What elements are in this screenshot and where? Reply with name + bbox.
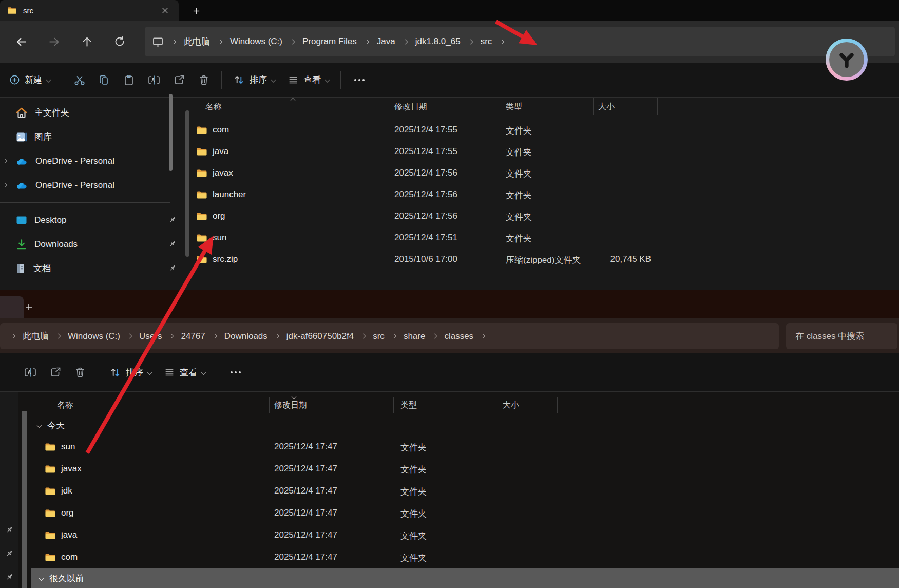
column-divider[interactable] — [498, 397, 498, 413]
expand-chevron-icon[interactable] — [3, 183, 8, 188]
navigation-pane-sliver — [0, 392, 18, 588]
more-options-button[interactable] — [346, 79, 373, 81]
breadcrumb-java[interactable]: Java — [377, 36, 395, 47]
file-row-launcher[interactable]: launcher 2025/12/4 17:56 文件夹 — [181, 185, 899, 206]
new-tab-button[interactable] — [189, 4, 203, 18]
file-row-org[interactable]: org 2025/12/4 17:56 文件夹 — [181, 206, 899, 228]
column-header-size[interactable]: 大小 — [598, 102, 615, 112]
view-button[interactable]: 查看 — [281, 69, 335, 91]
column-divider[interactable] — [593, 98, 594, 115]
column-header-name[interactable]: 名称 — [57, 400, 73, 411]
column-header-date[interactable]: 修改日期 — [394, 102, 427, 112]
breadcrumb-drive-c[interactable]: Windows (C:) — [68, 331, 120, 342]
search-input[interactable] — [786, 323, 897, 349]
column-header-type[interactable]: 类型 — [400, 400, 417, 411]
sort-button[interactable]: 排序 — [103, 361, 158, 384]
group-header-long-ago[interactable]: 很久以前 — [31, 568, 899, 588]
column-divider[interactable] — [502, 98, 502, 115]
column-divider[interactable] — [557, 397, 558, 413]
forward-button[interactable] — [42, 31, 66, 52]
rename-button[interactable] — [17, 361, 43, 384]
delete-button[interactable] — [68, 361, 92, 384]
sidebar-item-documents[interactable]: 文档 — [0, 256, 181, 280]
group-label: 很久以前 — [49, 573, 84, 584]
sidebar-item-desktop[interactable]: Desktop — [0, 208, 181, 232]
address-bar[interactable]: 此电脑 Windows (C:) Program Files Java jdk1… — [145, 27, 895, 56]
rename-button[interactable] — [141, 69, 167, 91]
breadcrumb-src[interactable]: src — [373, 331, 385, 342]
column-divider[interactable] — [657, 98, 658, 115]
chevron-down-icon — [46, 78, 51, 83]
sidebar-scrollbar[interactable] — [169, 94, 173, 171]
tab-partial[interactable] — [0, 296, 24, 318]
sidebar-scrollbar[interactable] — [22, 411, 27, 588]
breadcrumb-chevron-icon — [274, 334, 279, 339]
breadcrumb-this-pc[interactable]: 此电脑 — [23, 330, 49, 342]
sidebar-item-label: 图库 — [34, 131, 52, 143]
back-button[interactable] — [9, 31, 33, 52]
column-header-type[interactable]: 类型 — [506, 102, 522, 112]
group-label: 今天 — [47, 420, 65, 431]
close-tab-icon[interactable] — [158, 4, 171, 17]
onedrive-cloud-icon — [15, 181, 29, 190]
file-row-javax[interactable]: javax 2025/12/4 17:47 文件夹 — [31, 459, 899, 481]
breadcrumb-chevron-icon — [481, 334, 486, 339]
sidebar-item-home[interactable]: 主文件夹 — [0, 101, 181, 125]
share-button[interactable] — [43, 361, 68, 384]
delete-button[interactable] — [192, 69, 216, 91]
group-header-today[interactable]: 今天 — [31, 415, 899, 435]
breadcrumb-drive-c[interactable]: Windows (C:) — [230, 36, 282, 47]
folder-icon — [45, 443, 56, 451]
breadcrumb-chevron-icon — [361, 334, 366, 339]
document-icon — [15, 263, 27, 274]
column-header-date[interactable]: 修改日期 — [274, 400, 307, 411]
file-row-javax[interactable]: javax 2025/12/4 17:56 文件夹 — [181, 163, 899, 185]
file-row-com[interactable]: com 2025/12/4 17:55 文件夹 — [181, 120, 899, 142]
share-button[interactable] — [167, 69, 192, 91]
file-row-jdk[interactable]: jdk 2025/12/4 17:47 文件夹 — [31, 481, 899, 503]
column-divider[interactable] — [389, 98, 389, 115]
sort-button[interactable]: 排序 — [227, 69, 281, 91]
expand-chevron-icon[interactable] — [3, 159, 8, 164]
breadcrumb-users[interactable]: Users — [139, 331, 162, 342]
breadcrumb-jdk[interactable]: jdk1.8.0_65 — [415, 36, 461, 47]
file-row-sun[interactable]: sun 2025/12/4 17:47 文件夹 — [31, 437, 899, 459]
breadcrumb-src[interactable]: src — [481, 36, 492, 47]
breadcrumb-jdk-folder[interactable]: jdk-af660750b2f4 — [286, 331, 354, 342]
file-row-src-zip[interactable]: src.zip 2015/10/6 17:00 压缩(zipped)文件夹 20… — [181, 250, 899, 271]
breadcrumb-classes[interactable]: classes — [444, 331, 473, 342]
file-row-java[interactable]: java 2025/12/4 17:55 文件夹 — [181, 142, 899, 163]
breadcrumb-user-24767[interactable]: 24767 — [181, 331, 205, 342]
file-row-sun[interactable]: sun 2025/12/4 17:51 文件夹 — [181, 228, 899, 250]
view-button[interactable]: 查看 — [158, 361, 212, 384]
copy-button[interactable] — [92, 69, 117, 91]
column-header-size[interactable]: 大小 — [503, 400, 519, 411]
more-options-button[interactable] — [222, 371, 249, 373]
breadcrumb-program-files[interactable]: Program Files — [302, 36, 357, 47]
sidebar-item-gallery[interactable]: 图库 — [0, 125, 181, 149]
cut-button[interactable] — [67, 69, 92, 91]
refresh-button[interactable] — [108, 31, 131, 52]
column-divider[interactable] — [269, 397, 270, 413]
file-list-content: 名称 修改日期 类型 大小 今天 sun 2025/12/4 17 — [31, 392, 899, 588]
sidebar-item-onedrive-2[interactable]: OneDrive - Personal — [0, 173, 181, 197]
file-row-org[interactable]: org 2025/12/4 17:47 文件夹 — [31, 503, 899, 525]
sidebar-item-downloads[interactable]: Downloads — [0, 232, 181, 256]
new-button[interactable]: 新建 — [3, 69, 56, 91]
breadcrumb-chevron-icon — [290, 39, 295, 44]
breadcrumb-downloads[interactable]: Downloads — [224, 331, 267, 342]
view-button-label: 查看 — [303, 74, 321, 86]
breadcrumb-share[interactable]: share — [404, 331, 426, 342]
breadcrumb-this-pc[interactable]: 此电脑 — [184, 36, 210, 48]
paste-button[interactable] — [117, 69, 141, 91]
tab-src[interactable]: src — [0, 0, 179, 21]
address-bar[interactable]: 此电脑 Windows (C:) Users 24767 Downloads j… — [0, 323, 779, 349]
file-row-com[interactable]: com 2025/12/4 17:47 文件夹 — [31, 547, 899, 569]
file-row-java[interactable]: java 2025/12/4 17:47 文件夹 — [31, 525, 899, 547]
up-button[interactable] — [75, 31, 99, 52]
sidebar-item-onedrive-1[interactable]: OneDrive - Personal — [0, 149, 181, 173]
collapse-chevron-icon — [37, 423, 42, 428]
new-tab-button[interactable] — [22, 300, 36, 314]
column-header-name[interactable]: 名称 — [205, 102, 222, 112]
column-divider[interactable] — [393, 397, 394, 413]
